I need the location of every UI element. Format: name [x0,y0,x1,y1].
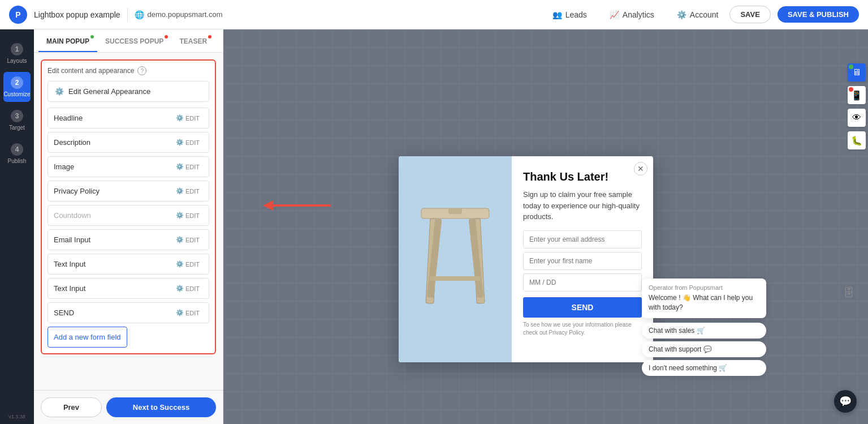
db-icon[interactable]: 🗄 [843,286,854,299]
gear-icon: ⚙️ [176,187,184,195]
send-edit-btn[interactable]: ⚙️ EDIT [172,308,203,318]
section-title: Edit content and appearance ? [47,66,209,75]
chat-toggle-button[interactable]: 💬 [834,390,857,413]
countdown-edit-btn[interactable]: ⚙️ EDIT [172,211,203,220]
chat-option-no-need[interactable]: I don't need something 🛒 [642,360,766,376]
text-input-1-edit-btn[interactable]: ⚙️ EDIT [172,259,203,269]
chat-widget: Operator from Popupsmart Welcome ! 👋 Wha… [642,279,766,379]
gear-icon: ⚙️ [176,260,184,268]
svg-rect-4 [448,208,462,214]
canvas-area: ✕ Thank Us Later! Sign up to claim your … [223,29,868,424]
desktop-view-button[interactable]: 🖥 [848,63,866,82]
right-tools: 🖥 📱 👁 🐛 [845,29,868,424]
sidebar-step-target[interactable]: 3 Target [3,105,31,135]
gear-icon: ⚙️ [176,163,184,170]
mobile-view-button[interactable]: 📱 [848,86,866,104]
preview-button[interactable]: 👁 [848,109,866,127]
field-item-countdown[interactable]: Countdown ⚙️ EDIT [47,205,209,226]
firstname-input-field[interactable] [523,252,642,270]
privacy-edit-btn[interactable]: ⚙️ EDIT [172,186,203,196]
account-icon: ⚙️ [677,10,686,19]
add-field-button[interactable]: Add a new form field [47,327,127,348]
bug-button[interactable]: 🐛 [848,131,866,149]
email-input-field[interactable] [523,230,642,249]
sidebar-step-layouts[interactable]: 1 Layouts [3,38,31,68]
mobile-dot [849,87,853,92]
popup-image-side [399,156,512,362]
topbar: P Lightbox popup example 🌐 demo.popupsma… [0,0,868,29]
svg-marker-1 [263,200,273,211]
eye-icon: 👁 [852,113,861,123]
panel-border: Edit content and appearance ? ⚙️ Edit Ge… [41,59,216,354]
sidebar-step-publish[interactable]: 4 Publish [3,139,31,169]
field-item-text-input-1[interactable]: Text Input ⚙️ EDIT [47,254,209,275]
field-item-text-input-2[interactable]: Text Input ⚙️ EDIT [47,278,209,299]
tab-dot-success [165,35,168,38]
top-nav: 👥 Leads 📈 Analytics ⚙️ Account [548,7,723,23]
tab-dot-teaser [208,35,211,38]
leads-icon: 👥 [552,10,562,19]
popup-close-button[interactable]: ✕ [634,162,647,175]
svg-rect-2 [399,157,512,361]
save-publish-button[interactable]: SAVE & PUBLISH [778,6,859,23]
help-icon[interactable]: ? [137,66,146,75]
text-input-2-edit-btn[interactable]: ⚙️ EDIT [172,284,203,293]
popup-send-button[interactable]: SEND [523,297,642,318]
panel-footer: Prev Next to Success [34,390,223,424]
gear-icon: ⚙️ [176,309,184,316]
save-button[interactable]: SAVE [729,6,770,23]
field-item-privacy-policy[interactable]: Privacy Policy ⚙️ EDIT [47,181,209,202]
left-panel: MAIN POPUP SUCCESS POPUP TEASER Edit con… [34,29,223,424]
popup-privacy-text: To see how we use your information pleas… [523,321,642,337]
tab-main-popup[interactable]: MAIN POPUP [38,29,97,52]
chat-welcome-bubble: Operator from Popupsmart Welcome ! 👋 Wha… [642,279,766,318]
gear-icon: ⚙️ [176,212,184,219]
field-item-email-input[interactable]: Email Input ⚙️ EDIT [47,229,209,250]
date-input-field[interactable] [523,273,642,292]
site-url: 🌐 demo.popupsmart.com [135,10,223,19]
prev-button[interactable]: Prev [41,397,102,417]
canvas-arrow [257,197,336,208]
popup-description: Sign up to claim your free sample today … [523,189,642,222]
chat-icon: 💬 [839,395,852,408]
next-button[interactable]: Next to Success [106,397,216,417]
gear-icon: ⚙️ [176,285,184,292]
field-item-headline[interactable]: Headline ⚙️ EDIT [47,108,209,129]
gear-icon: ⚙️ [176,139,184,146]
field-item-send[interactable]: SEND ⚙️ EDIT [47,302,209,323]
account-nav-item[interactable]: ⚙️ Account [672,7,723,23]
analytics-nav-item[interactable]: 📈 Analytics [605,7,659,23]
field-item-description[interactable]: Description ⚙️ EDIT [47,132,209,153]
panel-content: Edit content and appearance ? ⚙️ Edit Ge… [34,53,223,390]
popup-window: ✕ Thank Us Later! Sign up to claim your … [399,156,653,362]
tabs-bar: MAIN POPUP SUCCESS POPUP TEASER [34,29,223,53]
headline-edit-btn[interactable]: ⚙️ EDIT [172,113,203,123]
tab-dot-main [90,35,94,38]
email-input-edit-btn[interactable]: ⚙️ EDIT [172,235,203,245]
gear-icon: ⚙️ [176,236,184,243]
globe-icon: 🌐 [135,10,144,19]
popup-content-side: ✕ Thank Us Later! Sign up to claim your … [512,156,653,362]
analytics-icon: 📈 [610,10,619,19]
field-item-image[interactable]: Image ⚙️ EDIT [47,156,209,177]
divider [127,8,128,22]
general-appearance-button[interactable]: ⚙️ Edit General Appearance [47,81,209,102]
chat-option-support[interactable]: Chat with support 💬 [642,341,766,357]
sidebar-steps: 1 Layouts 2 Customize 3 Target 4 Publish… [0,29,34,424]
gear-icon: ⚙️ [55,87,64,96]
desktop-dot [849,65,853,69]
image-edit-btn[interactable]: ⚙️ EDIT [172,162,203,172]
description-edit-btn[interactable]: ⚙️ EDIT [172,138,203,147]
popup-headline: Thank Us Later! [523,170,642,183]
project-title[interactable]: Lightbox popup example [34,10,120,19]
bug-icon: 🐛 [851,135,862,146]
tab-teaser[interactable]: TEASER [171,29,215,52]
chat-option-sales[interactable]: Chat with sales 🛒 [642,323,766,339]
tab-success-popup[interactable]: SUCCESS POPUP [97,29,171,52]
main-layout: 1 Layouts 2 Customize 3 Target 4 Publish… [0,29,868,424]
version-tag: v1.3.38 [8,414,25,419]
leads-nav-item[interactable]: 👥 Leads [548,7,591,23]
mobile-icon: 📱 [851,90,862,101]
logo: P [9,6,27,24]
sidebar-step-customize[interactable]: 2 Customize [3,72,31,102]
